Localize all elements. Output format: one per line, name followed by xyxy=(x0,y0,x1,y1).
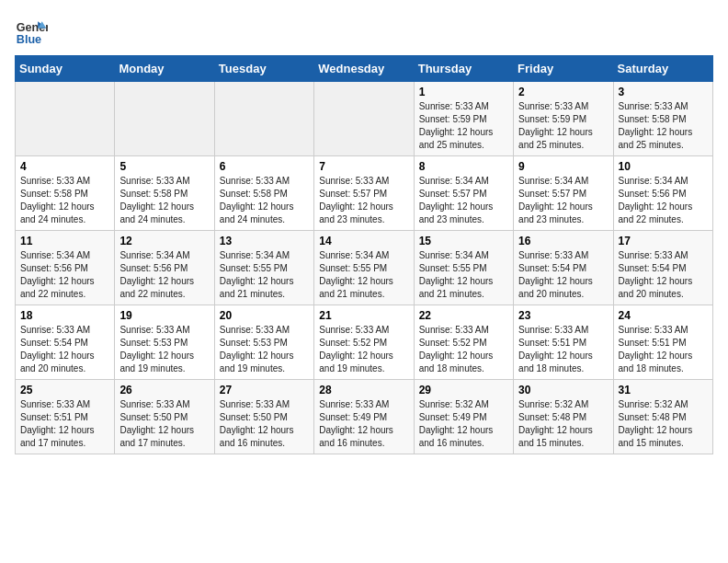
day-cell: 27Sunrise: 5:33 AM Sunset: 5:50 PM Dayli… xyxy=(214,380,313,454)
day-cell: 9Sunrise: 5:34 AM Sunset: 5:57 PM Daylig… xyxy=(514,156,613,231)
day-number: 29 xyxy=(419,384,508,396)
day-cell: 30Sunrise: 5:32 AM Sunset: 5:48 PM Dayli… xyxy=(514,380,613,454)
day-cell xyxy=(214,82,313,156)
week-row-1: 1Sunrise: 5:33 AM Sunset: 5:59 PM Daylig… xyxy=(16,82,713,156)
day-cell: 22Sunrise: 5:33 AM Sunset: 5:52 PM Dayli… xyxy=(414,305,513,380)
day-info: Sunrise: 5:34 AM Sunset: 5:55 PM Dayligh… xyxy=(220,249,309,301)
day-number: 14 xyxy=(319,235,408,247)
day-cell: 23Sunrise: 5:33 AM Sunset: 5:51 PM Dayli… xyxy=(514,305,613,380)
day-info: Sunrise: 5:34 AM Sunset: 5:56 PM Dayligh… xyxy=(20,249,109,301)
day-number: 5 xyxy=(119,160,209,173)
day-info: Sunrise: 5:33 AM Sunset: 5:58 PM Dayligh… xyxy=(119,175,209,226)
day-number: 3 xyxy=(619,86,708,98)
day-number: 12 xyxy=(119,235,209,247)
day-number: 21 xyxy=(319,309,408,322)
day-number: 4 xyxy=(20,160,109,173)
day-info: Sunrise: 5:33 AM Sunset: 5:49 PM Dayligh… xyxy=(319,398,408,450)
day-header-wednesday: Wednesday xyxy=(314,56,414,82)
day-cell: 18Sunrise: 5:33 AM Sunset: 5:54 PM Dayli… xyxy=(16,305,115,380)
day-cell xyxy=(16,82,115,156)
day-info: Sunrise: 5:34 AM Sunset: 5:57 PM Dayligh… xyxy=(518,175,608,226)
day-number: 9 xyxy=(518,160,608,173)
day-cell: 4Sunrise: 5:33 AM Sunset: 5:58 PM Daylig… xyxy=(16,156,115,231)
day-info: Sunrise: 5:34 AM Sunset: 5:57 PM Dayligh… xyxy=(419,175,508,226)
day-number: 1 xyxy=(419,86,508,98)
calendar: SundayMondayTuesdayWednesdayThursdayFrid… xyxy=(15,55,713,454)
day-info: Sunrise: 5:33 AM Sunset: 5:58 PM Dayligh… xyxy=(220,175,309,226)
day-header-sunday: Sunday xyxy=(16,56,115,82)
day-cell: 12Sunrise: 5:34 AM Sunset: 5:56 PM Dayli… xyxy=(115,231,214,305)
day-number: 20 xyxy=(220,309,309,322)
day-cell: 29Sunrise: 5:32 AM Sunset: 5:49 PM Dayli… xyxy=(414,380,513,454)
day-cell: 11Sunrise: 5:34 AM Sunset: 5:56 PM Dayli… xyxy=(16,231,115,305)
day-cell: 5Sunrise: 5:33 AM Sunset: 5:58 PM Daylig… xyxy=(115,156,214,231)
day-info: Sunrise: 5:34 AM Sunset: 5:55 PM Dayligh… xyxy=(319,249,408,301)
day-number: 26 xyxy=(119,384,209,396)
day-number: 10 xyxy=(619,160,708,173)
day-number: 30 xyxy=(518,384,608,396)
day-number: 13 xyxy=(220,235,309,247)
day-cell: 17Sunrise: 5:33 AM Sunset: 5:54 PM Dayli… xyxy=(613,231,712,305)
day-header-tuesday: Tuesday xyxy=(214,56,313,82)
week-row-4: 18Sunrise: 5:33 AM Sunset: 5:54 PM Dayli… xyxy=(16,305,713,380)
day-number: 18 xyxy=(20,309,109,322)
day-cell: 1Sunrise: 5:33 AM Sunset: 5:59 PM Daylig… xyxy=(414,82,513,156)
day-info: Sunrise: 5:32 AM Sunset: 5:48 PM Dayligh… xyxy=(518,398,608,450)
day-cell: 26Sunrise: 5:33 AM Sunset: 5:50 PM Dayli… xyxy=(115,380,214,454)
day-cell: 21Sunrise: 5:33 AM Sunset: 5:52 PM Dayli… xyxy=(314,305,414,380)
day-cell: 24Sunrise: 5:33 AM Sunset: 5:51 PM Dayli… xyxy=(613,305,712,380)
day-number: 15 xyxy=(419,235,508,247)
week-row-3: 11Sunrise: 5:34 AM Sunset: 5:56 PM Dayli… xyxy=(16,231,713,305)
week-row-2: 4Sunrise: 5:33 AM Sunset: 5:58 PM Daylig… xyxy=(16,156,713,231)
day-number: 16 xyxy=(518,235,608,247)
day-info: Sunrise: 5:33 AM Sunset: 5:51 PM Dayligh… xyxy=(20,398,109,450)
day-cell xyxy=(314,82,414,156)
day-cell: 2Sunrise: 5:33 AM Sunset: 5:59 PM Daylig… xyxy=(514,82,613,156)
day-cell: 7Sunrise: 5:33 AM Sunset: 5:57 PM Daylig… xyxy=(314,156,414,231)
day-number: 31 xyxy=(619,384,708,396)
day-info: Sunrise: 5:33 AM Sunset: 5:54 PM Dayligh… xyxy=(619,249,708,301)
day-cell: 10Sunrise: 5:34 AM Sunset: 5:56 PM Dayli… xyxy=(613,156,712,231)
day-cell: 6Sunrise: 5:33 AM Sunset: 5:58 PM Daylig… xyxy=(214,156,313,231)
day-number: 28 xyxy=(319,384,408,396)
day-cell: 20Sunrise: 5:33 AM Sunset: 5:53 PM Dayli… xyxy=(214,305,313,380)
day-number: 23 xyxy=(518,309,608,322)
day-header-saturday: Saturday xyxy=(613,56,712,82)
day-number: 2 xyxy=(518,86,608,98)
day-cell xyxy=(115,82,214,156)
day-number: 8 xyxy=(419,160,508,173)
day-cell: 28Sunrise: 5:33 AM Sunset: 5:49 PM Dayli… xyxy=(314,380,414,454)
day-info: Sunrise: 5:33 AM Sunset: 5:59 PM Dayligh… xyxy=(419,100,508,152)
day-info: Sunrise: 5:34 AM Sunset: 5:56 PM Dayligh… xyxy=(619,175,708,226)
logo-icon: General Blue xyxy=(15,15,48,48)
day-info: Sunrise: 5:32 AM Sunset: 5:48 PM Dayligh… xyxy=(619,398,708,450)
day-info: Sunrise: 5:33 AM Sunset: 5:52 PM Dayligh… xyxy=(319,324,408,375)
day-info: Sunrise: 5:33 AM Sunset: 5:54 PM Dayligh… xyxy=(518,249,608,301)
day-info: Sunrise: 5:32 AM Sunset: 5:49 PM Dayligh… xyxy=(419,398,508,450)
day-number: 24 xyxy=(619,309,708,322)
day-info: Sunrise: 5:34 AM Sunset: 5:55 PM Dayligh… xyxy=(419,249,508,301)
day-header-monday: Monday xyxy=(115,56,214,82)
day-info: Sunrise: 5:33 AM Sunset: 5:57 PM Dayligh… xyxy=(319,175,408,226)
day-number: 22 xyxy=(419,309,508,322)
day-cell: 19Sunrise: 5:33 AM Sunset: 5:53 PM Dayli… xyxy=(115,305,214,380)
day-info: Sunrise: 5:33 AM Sunset: 5:51 PM Dayligh… xyxy=(619,324,708,375)
day-header-thursday: Thursday xyxy=(414,56,513,82)
day-info: Sunrise: 5:33 AM Sunset: 5:58 PM Dayligh… xyxy=(619,100,708,152)
day-cell: 3Sunrise: 5:33 AM Sunset: 5:58 PM Daylig… xyxy=(613,82,712,156)
day-cell: 25Sunrise: 5:33 AM Sunset: 5:51 PM Dayli… xyxy=(16,380,115,454)
day-number: 19 xyxy=(119,309,209,322)
day-info: Sunrise: 5:33 AM Sunset: 5:59 PM Dayligh… xyxy=(518,100,608,152)
day-info: Sunrise: 5:33 AM Sunset: 5:51 PM Dayligh… xyxy=(518,324,608,375)
day-cell: 13Sunrise: 5:34 AM Sunset: 5:55 PM Dayli… xyxy=(214,231,313,305)
day-number: 7 xyxy=(319,160,408,173)
day-info: Sunrise: 5:34 AM Sunset: 5:56 PM Dayligh… xyxy=(119,249,209,301)
day-cell: 31Sunrise: 5:32 AM Sunset: 5:48 PM Dayli… xyxy=(613,380,712,454)
svg-text:Blue: Blue xyxy=(17,33,41,46)
day-number: 25 xyxy=(20,384,109,396)
day-info: Sunrise: 5:33 AM Sunset: 5:50 PM Dayligh… xyxy=(220,398,309,450)
day-info: Sunrise: 5:33 AM Sunset: 5:58 PM Dayligh… xyxy=(20,175,109,226)
day-number: 11 xyxy=(20,235,109,247)
day-number: 6 xyxy=(220,160,309,173)
day-number: 17 xyxy=(619,235,708,247)
